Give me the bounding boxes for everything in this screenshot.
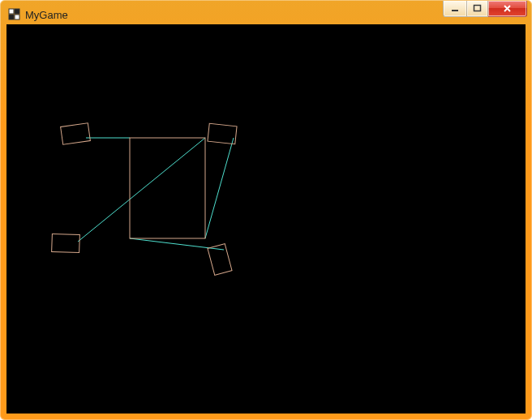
svg-line-9 <box>205 138 234 238</box>
maximize-button[interactable] <box>466 1 488 17</box>
svg-rect-3 <box>15 15 19 19</box>
window-controls <box>443 1 527 17</box>
titlebar[interactable]: MyGame <box>5 5 527 24</box>
minimize-button[interactable] <box>443 1 466 17</box>
svg-rect-12 <box>130 138 205 238</box>
svg-rect-1 <box>15 9 19 14</box>
svg-rect-5 <box>474 6 481 11</box>
game-canvas <box>6 24 526 414</box>
minimize-icon <box>451 4 460 13</box>
svg-rect-4 <box>452 10 458 11</box>
game-viewport[interactable] <box>6 24 526 414</box>
svg-rect-15 <box>52 234 80 252</box>
svg-rect-0 <box>9 9 14 14</box>
app-icon <box>8 8 21 21</box>
close-button[interactable] <box>488 1 527 17</box>
svg-rect-13 <box>61 123 91 145</box>
svg-line-10 <box>78 138 205 242</box>
window-title: MyGame <box>25 9 68 21</box>
svg-rect-2 <box>9 15 14 19</box>
maximize-icon <box>473 4 482 13</box>
close-icon <box>502 4 513 13</box>
app-window: MyGame <box>0 0 532 420</box>
